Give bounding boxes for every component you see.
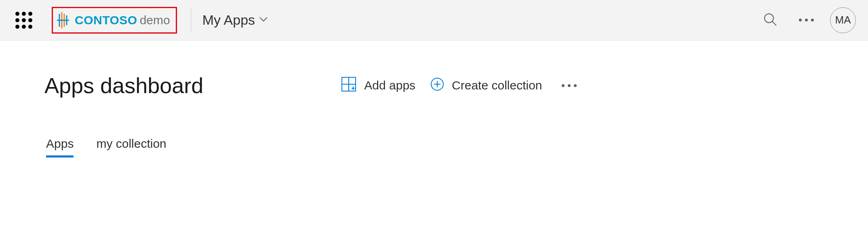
user-avatar[interactable]: MA [830, 7, 856, 33]
create-collection-button[interactable]: Create collection [430, 77, 542, 94]
app-switcher-label: My Apps [202, 12, 255, 28]
add-apps-icon [341, 76, 357, 95]
page-more-button[interactable] [562, 84, 577, 87]
svg-point-5 [765, 14, 773, 23]
app-switcher[interactable]: My Apps [202, 12, 268, 28]
top-bar: CONTOSOdemo My Apps MA [0, 0, 868, 40]
app-launcher-icon[interactable] [15, 12, 32, 29]
avatar-initials: MA [835, 14, 851, 26]
brand-suffix: demo [140, 13, 170, 27]
tab-apps[interactable]: Apps [46, 137, 74, 157]
search-icon [763, 12, 778, 29]
brand-name: CONTOSO [75, 13, 137, 27]
svg-line-6 [772, 21, 776, 26]
topbar-right: MA [763, 7, 856, 33]
create-collection-label: Create collection [452, 79, 542, 92]
brand-logo[interactable]: CONTOSOdemo [52, 7, 177, 34]
brand-mark-icon [57, 12, 71, 28]
tabs: Apps my collection [46, 137, 824, 157]
tab-my-collection[interactable]: my collection [96, 137, 166, 157]
page-title: Apps dashboard [44, 73, 203, 98]
chevron-down-icon [259, 17, 268, 24]
topbar-more-button[interactable] [799, 19, 814, 21]
divider [191, 9, 191, 32]
search-button[interactable] [763, 12, 778, 29]
add-apps-button[interactable]: Add apps [341, 76, 415, 95]
page-content: Apps dashboard Add apps [0, 40, 868, 157]
add-apps-label: Add apps [364, 79, 415, 92]
plus-circle-icon [430, 77, 445, 94]
page-header: Apps dashboard Add apps [44, 73, 824, 98]
page-actions: Add apps Create collection [341, 76, 576, 95]
